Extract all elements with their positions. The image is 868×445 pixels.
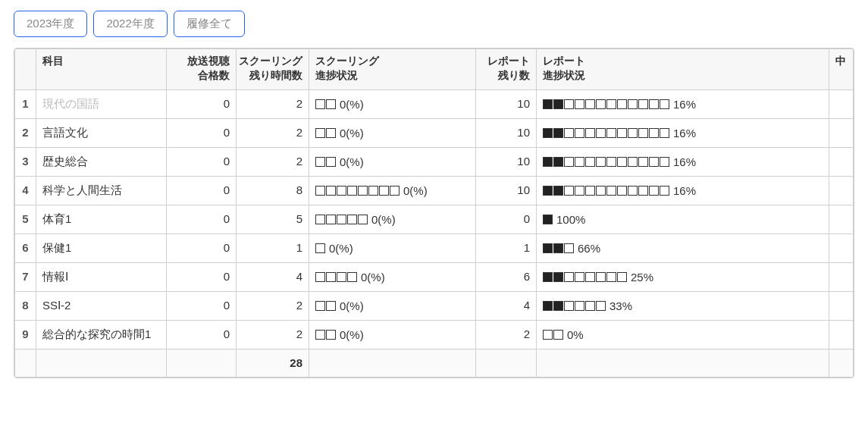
progress-pct: 0% bbox=[567, 328, 584, 341]
progress-box-icon bbox=[543, 157, 553, 167]
extra-cell bbox=[829, 205, 854, 234]
schooling-remain: 2 bbox=[237, 90, 309, 119]
progress-box-icon bbox=[543, 128, 553, 138]
progress-box-icon bbox=[543, 272, 553, 282]
extra-cell bbox=[829, 148, 854, 177]
progress-box-icon bbox=[617, 272, 627, 282]
progress-box-icon bbox=[628, 186, 638, 196]
progress-box-icon bbox=[553, 128, 563, 138]
progress-box-icon bbox=[337, 272, 346, 282]
subject-cell[interactable]: 言語文化 bbox=[36, 119, 167, 148]
extra-cell bbox=[829, 119, 854, 148]
progress-pct: 16% bbox=[673, 127, 696, 139]
report-progress: 100% bbox=[537, 205, 829, 234]
progress-box-icon bbox=[617, 128, 627, 138]
progress-box-icon bbox=[553, 301, 563, 311]
report-progress: 0% bbox=[537, 321, 829, 349]
progress-pct: 0(%) bbox=[371, 213, 396, 226]
progress-box-icon bbox=[315, 301, 325, 311]
progress-box-icon bbox=[543, 301, 553, 311]
col-header-school-prog-l1: スクーリング bbox=[315, 54, 469, 68]
broadcast-pass-count: 0 bbox=[167, 148, 237, 177]
progress-box-icon bbox=[606, 99, 616, 109]
report-remain: 10 bbox=[476, 148, 537, 177]
subject-cell[interactable]: 情報Ⅰ bbox=[36, 263, 167, 292]
row-index: 4 bbox=[15, 177, 36, 205]
progress-box-icon bbox=[638, 99, 648, 109]
col-header-school-remain-l2: 残り時間数 bbox=[249, 68, 302, 83]
progress-pct: 0(%) bbox=[340, 98, 364, 111]
footer-school-remain-total: 28 bbox=[237, 349, 309, 378]
progress-box-icon bbox=[596, 272, 606, 282]
col-header-report-remain: レポート 残り数 bbox=[476, 49, 537, 90]
progress-box-icon bbox=[606, 128, 616, 138]
progress-pct: 0(%) bbox=[403, 184, 428, 197]
report-progress: 16% bbox=[537, 119, 829, 148]
progress-box-icon bbox=[543, 330, 553, 340]
progress-box-icon bbox=[564, 243, 574, 253]
progress-box-icon bbox=[379, 186, 389, 196]
progress-box-icon bbox=[596, 301, 606, 311]
progress-box-icon bbox=[585, 99, 595, 109]
tab-2022[interactable]: 2022年度 bbox=[93, 11, 167, 37]
report-remain: 10 bbox=[476, 90, 537, 119]
progress-box-icon bbox=[315, 243, 325, 253]
extra-cell bbox=[829, 292, 854, 321]
progress-pct: 16% bbox=[673, 184, 696, 197]
subject-cell[interactable]: 総合的な探究の時間1 bbox=[36, 321, 167, 349]
tab-2023[interactable]: 2023年度 bbox=[14, 11, 87, 37]
progress-box-icon bbox=[553, 99, 563, 109]
col-header-report-remain-l1: レポート bbox=[487, 54, 530, 68]
progress-box-icon bbox=[617, 99, 627, 109]
progress-box-icon bbox=[543, 215, 553, 224]
progress-box-icon bbox=[606, 157, 616, 167]
table-footer-row: 28 bbox=[15, 349, 854, 378]
col-header-broadcast: 放送視聴 合格数 bbox=[167, 49, 237, 90]
progress-box-icon bbox=[575, 272, 584, 282]
extra-cell bbox=[829, 177, 854, 205]
col-header-report-remain-l2: 残り数 bbox=[498, 68, 530, 83]
progress-box-icon bbox=[606, 186, 616, 196]
extra-cell bbox=[829, 263, 854, 292]
progress-box-icon bbox=[347, 272, 357, 282]
progress-box-icon bbox=[638, 128, 648, 138]
progress-pct: 16% bbox=[673, 155, 696, 168]
progress-box-icon bbox=[585, 186, 595, 196]
progress-box-icon bbox=[358, 215, 368, 224]
progress-box-icon bbox=[564, 99, 574, 109]
progress-box-icon bbox=[617, 186, 627, 196]
schooling-progress: 0(%) bbox=[309, 234, 476, 263]
progress-box-icon bbox=[326, 157, 336, 167]
schooling-progress: 0(%) bbox=[309, 90, 476, 119]
subject-cell[interactable]: 科学と人間生活 bbox=[36, 177, 167, 205]
progress-box-icon bbox=[564, 186, 574, 196]
progress-box-icon bbox=[628, 128, 638, 138]
schooling-remain: 1 bbox=[237, 234, 309, 263]
subject-cell[interactable]: 体育1 bbox=[36, 205, 167, 234]
progress-table: 科目 放送視聴 合格数 スクーリング 残り時間数 スクーリング bbox=[14, 49, 854, 378]
report-progress: 16% bbox=[537, 148, 829, 177]
progress-box-icon bbox=[543, 186, 553, 196]
progress-box-icon bbox=[660, 99, 669, 109]
progress-box-icon bbox=[617, 157, 627, 167]
progress-box-icon bbox=[575, 186, 584, 196]
schooling-remain: 2 bbox=[237, 119, 309, 148]
progress-box-icon bbox=[585, 301, 595, 311]
subject-cell[interactable]: SSⅠ-2 bbox=[36, 292, 167, 321]
tab-all[interactable]: 履修全て bbox=[174, 11, 245, 37]
progress-box-icon bbox=[575, 99, 584, 109]
subject-cell[interactable]: 歴史総合 bbox=[36, 148, 167, 177]
subject-cell[interactable]: 保健1 bbox=[36, 234, 167, 263]
schooling-progress: 0(%) bbox=[309, 119, 476, 148]
progress-box-icon bbox=[585, 272, 595, 282]
table-row: 8SSⅠ-2020(%)433% bbox=[15, 292, 854, 321]
progress-pct: 100% bbox=[556, 213, 585, 226]
row-index: 9 bbox=[15, 321, 36, 349]
progress-box-icon bbox=[543, 243, 553, 253]
progress-box-icon bbox=[358, 186, 368, 196]
progress-box-icon bbox=[628, 99, 638, 109]
table-header-row: 科目 放送視聴 合格数 スクーリング 残り時間数 スクーリング bbox=[15, 49, 854, 90]
subject-cell[interactable]: 現代の国語 bbox=[36, 90, 167, 119]
row-index: 1 bbox=[15, 90, 36, 119]
table-row: 3歴史総合020(%)1016% bbox=[15, 148, 854, 177]
